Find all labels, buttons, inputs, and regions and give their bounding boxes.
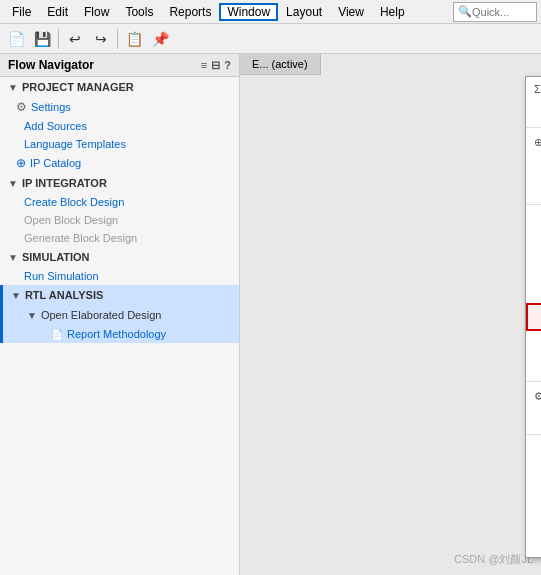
toolbar-copy-btn[interactable]: 📋 bbox=[122, 27, 146, 51]
report-methodology-icon: 📄 bbox=[51, 329, 63, 340]
search-box[interactable]: 🔍 bbox=[453, 2, 537, 22]
panel-action-menu[interactable]: ≡ bbox=[201, 59, 207, 72]
right-panel: E... (active) Σ Project Summary Sources … bbox=[240, 54, 541, 575]
nav-item-ip-catalog[interactable]: ⊕ IP Catalog bbox=[0, 153, 239, 173]
panel-title: Flow Navigator bbox=[8, 58, 94, 72]
dropdown-sep1 bbox=[526, 127, 541, 128]
nav-item-run-simulation[interactable]: Run Simulation bbox=[0, 267, 239, 285]
menu-edit[interactable]: Edit bbox=[39, 3, 76, 21]
menu-window[interactable]: Window bbox=[219, 3, 278, 21]
nav-section-header-ip-integrator[interactable]: ▼ IP INTEGRATOR bbox=[0, 173, 239, 193]
device-gear-icon: ⚙ bbox=[534, 390, 541, 403]
watermark: CSDN @刘颜JL bbox=[454, 552, 533, 567]
toolbar-paste-btn[interactable]: 📌 bbox=[148, 27, 172, 51]
dropdown-item-project-summary[interactable]: Σ Project Summary bbox=[526, 77, 541, 101]
menu-layout[interactable]: Layout bbox=[278, 3, 330, 21]
dropdown-item-ip-catalog[interactable]: ⊕ IP Catalog bbox=[526, 130, 541, 154]
dropdown-item-device-constraints[interactable]: Device Constraints bbox=[526, 231, 541, 255]
window-dropdown-menu: Σ Project Summary Sources ⊕ IP Catalog P… bbox=[525, 76, 541, 558]
arrow-elaborated-design: ▼ bbox=[27, 310, 37, 321]
toolbar-sep1 bbox=[58, 29, 59, 49]
dropdown-item-package-pins[interactable]: Package Pins bbox=[526, 279, 541, 303]
dropdown-item-device[interactable]: ⚙ Device bbox=[526, 384, 541, 408]
left-panel: Flow Navigator ≡ ⊟ ? ▼ PROJECT MANAGER ⚙… bbox=[0, 54, 240, 575]
nav-section-simulation: ▼ SIMULATION Run Simulation bbox=[0, 247, 239, 285]
rtl-sub-section: ▼ Open Elaborated Design 📄 Report Method… bbox=[3, 305, 239, 343]
dropdown-item-metrics[interactable]: Metrics bbox=[526, 355, 541, 379]
section-label-rtl-analysis: RTL ANALYSIS bbox=[25, 289, 103, 301]
toolbar-save-btn[interactable]: 💾 bbox=[30, 27, 54, 51]
search-icon: 🔍 bbox=[458, 5, 472, 18]
menu-flow[interactable]: Flow bbox=[76, 3, 117, 21]
search-input[interactable] bbox=[472, 6, 532, 18]
nav-item-open-elaborated-design-label: Open Elaborated Design bbox=[41, 309, 161, 321]
menu-bar: File Edit Flow Tools Reports Window Layo… bbox=[0, 0, 541, 24]
toolbar-undo-btn[interactable]: ↩ bbox=[63, 27, 87, 51]
dropdown-item-selection[interactable]: Selection bbox=[526, 178, 541, 202]
dropdown-item-messages[interactable]: Messages bbox=[526, 461, 541, 485]
nav-item-report-methodology[interactable]: 📄 Report Methodology bbox=[19, 325, 239, 343]
nav-item-open-elaborated-design[interactable]: ▼ Open Elaborated Design bbox=[19, 305, 239, 325]
nav-item-open-block-design: Open Block Design bbox=[0, 211, 239, 229]
arrow-rtl-analysis: ▼ bbox=[11, 290, 21, 301]
dropdown-sep3 bbox=[526, 381, 541, 382]
nav-item-create-block-design[interactable]: Create Block Design bbox=[0, 193, 239, 211]
settings-gear-icon: ⚙ bbox=[16, 100, 27, 114]
ip-catalog-menu-icon: ⊕ bbox=[534, 136, 541, 149]
dropdown-item-tcl-console[interactable]: Tcl Console Ctrl+Shift+T bbox=[526, 437, 541, 461]
menu-help[interactable]: Help bbox=[372, 3, 413, 21]
sigma-icon: Σ bbox=[534, 83, 541, 95]
panel-header: Flow Navigator ≡ ⊟ ? bbox=[0, 54, 239, 77]
section-label-project-manager: PROJECT MANAGER bbox=[22, 81, 134, 93]
nav-item-settings[interactable]: ⚙ Settings bbox=[0, 97, 239, 117]
menu-reports[interactable]: Reports bbox=[161, 3, 219, 21]
panel-header-actions: ≡ ⊟ ? bbox=[201, 59, 231, 72]
panel-action-help[interactable]: ? bbox=[224, 59, 231, 72]
arrow-ip-integrator: ▼ bbox=[8, 178, 18, 189]
toolbar: 📄 💾 ↩ ↪ 📋 📌 bbox=[0, 24, 541, 54]
menu-file[interactable]: File bbox=[4, 3, 39, 21]
nav-section-project-manager: ▼ PROJECT MANAGER ⚙ Settings Add Sources… bbox=[0, 77, 239, 173]
menu-view[interactable]: View bbox=[330, 3, 372, 21]
toolbar-sep2 bbox=[117, 29, 118, 49]
dropdown-item-package[interactable]: Package bbox=[526, 408, 541, 432]
section-label-ip-integrator: IP INTEGRATOR bbox=[22, 177, 107, 189]
dropdown-item-io-ports[interactable]: I/O Ports bbox=[526, 303, 541, 331]
nav-section-header-rtl-analysis[interactable]: ▼ RTL ANALYSIS bbox=[3, 285, 239, 305]
dropdown-item-log[interactable]: Log bbox=[526, 485, 541, 509]
nav-item-generate-block-design: Generate Block Design bbox=[0, 229, 239, 247]
nav-item-ip-catalog-label: IP Catalog bbox=[30, 157, 81, 169]
dropdown-item-rtl-netlist[interactable]: RTL Netlist bbox=[526, 207, 541, 231]
right-tab[interactable]: E... (active) bbox=[240, 54, 321, 75]
dropdown-item-sources[interactable]: Sources bbox=[526, 101, 541, 125]
dropdown-item-reports[interactable]: Reports bbox=[526, 509, 541, 533]
section-label-simulation: SIMULATION bbox=[22, 251, 90, 263]
ip-catalog-icon: ⊕ bbox=[16, 156, 26, 170]
dropdown-sep2 bbox=[526, 204, 541, 205]
menu-tools[interactable]: Tools bbox=[117, 3, 161, 21]
main-layout: Flow Navigator ≡ ⊟ ? ▼ PROJECT MANAGER ⚙… bbox=[0, 54, 541, 575]
nav-item-settings-label: Settings bbox=[31, 101, 71, 113]
nav-section-header-simulation[interactable]: ▼ SIMULATION bbox=[0, 247, 239, 267]
nav-section-rtl-analysis: ▼ RTL ANALYSIS ▼ Open Elaborated Design … bbox=[0, 285, 239, 343]
toolbar-redo-btn[interactable]: ↪ bbox=[89, 27, 113, 51]
nav-section-header-project-manager[interactable]: ▼ PROJECT MANAGER bbox=[0, 77, 239, 97]
arrow-project-manager: ▼ bbox=[8, 82, 18, 93]
nav-item-language-templates[interactable]: Language Templates bbox=[0, 135, 239, 153]
nav-section-ip-integrator: ▼ IP INTEGRATOR Create Block Design Open… bbox=[0, 173, 239, 247]
panel-action-pin[interactable]: ⊟ bbox=[211, 59, 220, 72]
dropdown-item-design-runs[interactable]: Design Runs bbox=[526, 533, 541, 557]
dropdown-sep4 bbox=[526, 434, 541, 435]
arrow-simulation: ▼ bbox=[8, 252, 18, 263]
toolbar-new-btn[interactable]: 📄 bbox=[4, 27, 28, 51]
dropdown-item-clock-regions[interactable]: Clock Regions bbox=[526, 331, 541, 355]
dropdown-item-properties[interactable]: Properties Ctrl+E bbox=[526, 154, 541, 178]
dropdown-item-physical-constraints[interactable]: Physical Constraints bbox=[526, 255, 541, 279]
nav-item-report-methodology-label: Report Methodology bbox=[67, 328, 166, 340]
nav-item-add-sources[interactable]: Add Sources bbox=[0, 117, 239, 135]
